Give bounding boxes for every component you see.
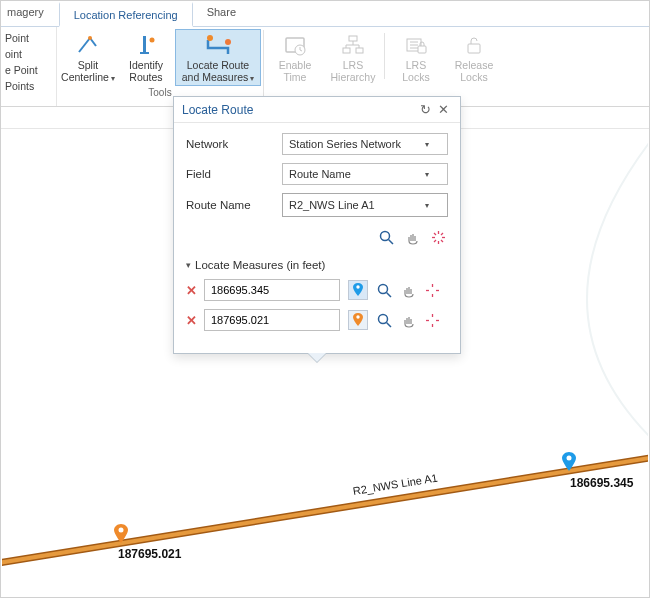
panel-title: Locate Route (182, 103, 253, 117)
network-select[interactable]: Station Series Network ▾ (282, 133, 448, 155)
map-pin-blue[interactable] (562, 452, 576, 474)
ribbon: Point oint e Point Points Split Centerli… (1, 27, 649, 107)
identify-routes-icon (132, 32, 160, 58)
flash-icon[interactable] (430, 229, 446, 245)
field-value: Route Name (289, 168, 351, 180)
svg-point-28 (356, 285, 359, 288)
svg-line-30 (386, 292, 391, 297)
delete-measure-icon[interactable]: ✕ (186, 283, 196, 298)
locate-route-icon (204, 32, 232, 58)
pan-icon[interactable] (404, 229, 420, 245)
split-centerline-icon (74, 32, 102, 58)
route-name-label: Route Name (186, 199, 282, 211)
field-label: Field (186, 168, 282, 180)
svg-rect-10 (356, 48, 363, 53)
identify-routes-button[interactable]: Identify Routes (117, 29, 175, 86)
lrs-hierarchy-label: LRS Hierarchy (331, 59, 376, 83)
svg-line-37 (386, 322, 391, 327)
svg-line-27 (434, 240, 436, 242)
chevron-down-icon: ▾ (425, 170, 429, 179)
chevron-down-icon: ▾ (425, 140, 429, 149)
svg-point-29 (378, 284, 387, 293)
svg-rect-2 (140, 52, 149, 54)
svg-point-3 (150, 38, 155, 43)
enable-time-button[interactable]: Enable Time (266, 29, 324, 83)
refresh-icon[interactable]: ↻ (416, 102, 434, 117)
measure-input-2[interactable] (204, 309, 340, 331)
route-name-value: R2_NWS Line A1 (289, 199, 375, 211)
svg-rect-9 (343, 48, 350, 53)
svg-rect-13 (468, 44, 480, 53)
zoom-icon[interactable] (378, 229, 394, 245)
select-pin-blue[interactable] (348, 280, 368, 300)
left-mini-group: Point oint e Point Points (1, 27, 57, 106)
lrs-hierarchy-button[interactable]: LRS Hierarchy (324, 29, 382, 83)
release-locks-label: Release Locks (455, 59, 494, 83)
zoom-icon[interactable] (376, 282, 392, 298)
close-icon[interactable]: ✕ (434, 102, 452, 117)
svg-point-36 (378, 314, 387, 323)
release-locks-button[interactable]: Release Locks (445, 29, 503, 83)
locate-route-panel: Locate Route ↻ ✕ Network Station Series … (173, 96, 461, 354)
enable-time-icon (281, 32, 309, 58)
enable-time-label: Enable Time (279, 59, 312, 83)
svg-line-26 (441, 233, 443, 235)
network-label: Network (186, 138, 282, 150)
ribbon-group-tools: Split Centerline▾ Identify Routes Locate… (57, 27, 263, 106)
map-pin-orange[interactable] (114, 524, 128, 546)
panel-callout-arrow (308, 353, 326, 362)
select-pin-orange[interactable] (348, 310, 368, 330)
lrs-locks-button[interactable]: LRS Locks (387, 29, 445, 83)
pan-icon[interactable] (400, 282, 416, 298)
zoom-icon[interactable] (376, 312, 392, 328)
measure-input-1[interactable] (204, 279, 340, 301)
flash-icon[interactable] (424, 282, 440, 298)
svg-rect-8 (349, 36, 357, 41)
svg-point-0 (88, 36, 92, 40)
svg-point-5 (225, 39, 231, 45)
split-centerline-button[interactable]: Split Centerline▾ (59, 29, 117, 86)
section-label: Locate Measures (in feet) (195, 259, 325, 271)
locate-route-measures-button[interactable]: Locate Route and Measures▾ (175, 29, 261, 86)
measure-row: ✕ (186, 279, 448, 301)
map-measure-blue: 186695.345 (570, 476, 633, 490)
chevron-down-icon: ▾ (186, 260, 191, 270)
tab-imagery[interactable]: magery (1, 1, 59, 26)
split-centerline-label: Split Centerline▾ (61, 59, 115, 85)
lrs-hierarchy-icon (339, 32, 367, 58)
field-select[interactable]: Route Name ▾ (282, 163, 448, 185)
svg-line-15 (2, 456, 648, 564)
svg-line-25 (441, 240, 443, 242)
svg-point-16 (567, 456, 572, 461)
measure-row: ✕ (186, 309, 448, 331)
route-name-select[interactable]: R2_NWS Line A1 ▾ (282, 193, 448, 217)
locate-measures-header[interactable]: ▾ Locate Measures (in feet) (186, 259, 448, 271)
svg-line-19 (388, 239, 393, 244)
lrs-locks-label: LRS Locks (402, 59, 429, 83)
mini-item[interactable]: oint (3, 47, 54, 61)
svg-point-17 (119, 528, 124, 533)
delete-measure-icon[interactable]: ✕ (186, 313, 196, 328)
chevron-down-icon: ▾ (425, 201, 429, 210)
svg-point-35 (356, 315, 359, 318)
flash-icon[interactable] (424, 312, 440, 328)
locate-route-label: Locate Route and Measures▾ (182, 59, 255, 85)
tab-share[interactable]: Share (193, 1, 251, 26)
lrs-locks-icon (402, 32, 430, 58)
mini-item[interactable]: Points (3, 79, 54, 93)
ribbon-tabbar: magery Location Referencing Share (1, 1, 649, 27)
svg-rect-1 (143, 36, 146, 52)
network-value: Station Series Network (289, 138, 401, 150)
svg-point-4 (207, 35, 213, 41)
svg-rect-12 (418, 46, 426, 53)
mini-item[interactable]: Point (3, 31, 54, 45)
svg-line-24 (434, 233, 436, 235)
svg-point-18 (380, 231, 389, 240)
release-locks-icon (460, 32, 488, 58)
identify-routes-label: Identify Routes (129, 59, 163, 83)
mini-item[interactable]: e Point (3, 63, 54, 77)
map-measure-orange: 187695.021 (118, 547, 181, 561)
ribbon-group-right: Enable Time LRS Hierarchy LRS Locks Rele (264, 27, 505, 106)
pan-icon[interactable] (400, 312, 416, 328)
tab-location-referencing[interactable]: Location Referencing (59, 2, 193, 27)
